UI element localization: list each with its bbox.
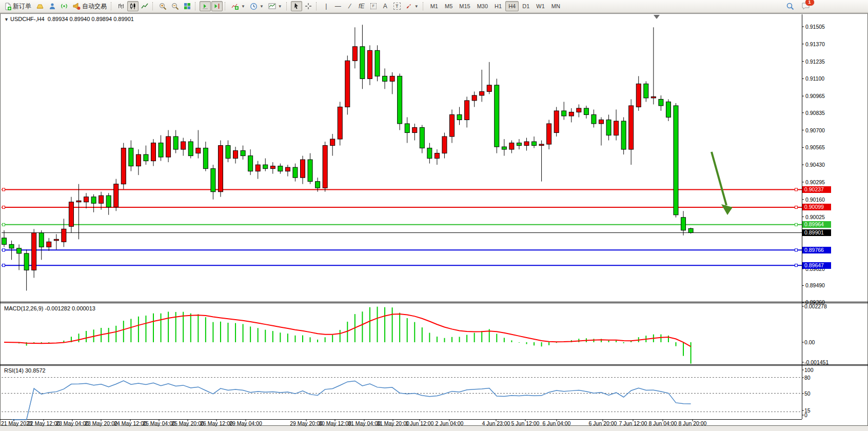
search-button[interactable] — [784, 1, 796, 11]
cursor-icon — [293, 3, 300, 10]
line-chart-button[interactable] — [139, 1, 150, 11]
tile-windows-button[interactable] — [182, 1, 193, 11]
horizontal-line-button[interactable]: — — [332, 1, 344, 11]
community-button[interactable] — [47, 1, 58, 11]
timeframe-M30[interactable]: M30 — [474, 1, 491, 11]
arrows-button[interactable]: ▼ — [403, 1, 421, 11]
timeframe-MN[interactable]: MN — [548, 1, 563, 11]
signals-button[interactable] — [58, 1, 70, 11]
person-icon — [49, 3, 56, 10]
search-icon — [786, 2, 794, 10]
toolbar-separator — [111, 2, 113, 10]
price-axis[interactable] — [802, 14, 868, 419]
timeframe-M5[interactable]: M5 — [442, 1, 456, 11]
zoom-out-icon — [171, 3, 179, 10]
megaphone-icon — [72, 3, 81, 10]
text-icon: A — [383, 3, 387, 10]
main-toolbar: 新订单 自动交易 ▼ ▼ — [0, 0, 868, 13]
toolbar-right-group: 1 — [784, 1, 866, 11]
zoom-in-icon — [159, 3, 167, 10]
timeframe-bar: M1M5M15M30H1H4D1W1MN — [427, 1, 563, 11]
new-order-button[interactable]: 新订单 — [2, 1, 33, 11]
trendline-icon: / — [348, 3, 352, 10]
text-label-icon: T — [393, 3, 401, 10]
timeframe-H1[interactable]: H1 — [491, 1, 505, 11]
vertical-line-icon: | — [325, 3, 327, 10]
candlestick-icon — [129, 3, 136, 10]
fibonacci-icon: F — [370, 3, 377, 9]
fibonacci-button[interactable]: F — [368, 1, 379, 11]
chart-window — [0, 13, 868, 426]
timeframe-M1[interactable]: M1 — [427, 1, 441, 11]
chevron-down-icon: ▼ — [415, 4, 419, 9]
chart-shift-button[interactable] — [211, 1, 223, 11]
equidistant-channel-button[interactable]: fE — [356, 1, 367, 11]
chevron-down-icon: ▼ — [278, 4, 282, 9]
timeframe-H4[interactable]: H4 — [505, 1, 519, 11]
cursor-button[interactable] — [291, 1, 302, 11]
bar-chart-button[interactable] — [115, 1, 127, 11]
toolbar-separator — [286, 2, 289, 10]
templates-button[interactable]: ▼ — [266, 1, 284, 11]
signal-icon — [61, 3, 68, 10]
crosshair-icon — [305, 3, 312, 10]
autotrading-label: 自动交易 — [82, 2, 107, 11]
text-button[interactable]: A — [380, 1, 391, 11]
toolbar-separator — [316, 2, 319, 10]
new-order-icon — [4, 3, 11, 10]
auto-scroll-icon — [202, 3, 209, 10]
toolbar-separator — [152, 2, 155, 10]
text-label-button[interactable]: T — [391, 1, 403, 11]
new-order-label: 新订单 — [13, 2, 31, 11]
gold-ingot-icon — [36, 3, 44, 9]
template-icon — [268, 3, 276, 10]
toolbar-separator — [423, 2, 425, 10]
timeframe-W1[interactable]: W1 — [533, 1, 548, 11]
toolbar-separator — [225, 2, 227, 10]
vertical-line-button[interactable]: | — [321, 1, 332, 11]
periods-button[interactable]: ▼ — [248, 1, 266, 11]
trendline-button[interactable]: / — [344, 1, 356, 11]
channel-icon: fE — [359, 3, 364, 10]
tile-windows-icon — [184, 3, 191, 10]
candlestick-chart-button[interactable] — [127, 1, 139, 11]
toolbar-separator — [195, 2, 198, 10]
chevron-down-icon: ▼ — [260, 4, 264, 9]
chart-shift-icon — [213, 3, 221, 10]
line-chart-icon — [141, 3, 148, 10]
horizontal-line-icon: — — [335, 3, 341, 10]
chat-button[interactable]: 1 — [799, 1, 813, 11]
deposit-button[interactable] — [34, 1, 46, 11]
chevron-down-icon: ▼ — [241, 4, 245, 9]
zoom-in-button[interactable] — [157, 1, 169, 11]
notification-badge: 1 — [805, 0, 814, 6]
timeframe-D1[interactable]: D1 — [519, 1, 532, 11]
autotrading-button[interactable]: 自动交易 — [70, 1, 109, 11]
time-axis[interactable] — [0, 419, 802, 426]
clock-icon — [250, 3, 258, 10]
indicators-button[interactable]: ▼ — [229, 1, 247, 11]
zoom-out-button[interactable] — [169, 1, 181, 11]
timeframe-M15[interactable]: M15 — [456, 1, 473, 11]
arrows-icon — [405, 3, 412, 10]
indicators-icon — [231, 3, 239, 10]
crosshair-button[interactable] — [303, 1, 314, 11]
bar-chart-icon — [117, 3, 125, 10]
auto-scroll-button[interactable] — [200, 1, 211, 11]
